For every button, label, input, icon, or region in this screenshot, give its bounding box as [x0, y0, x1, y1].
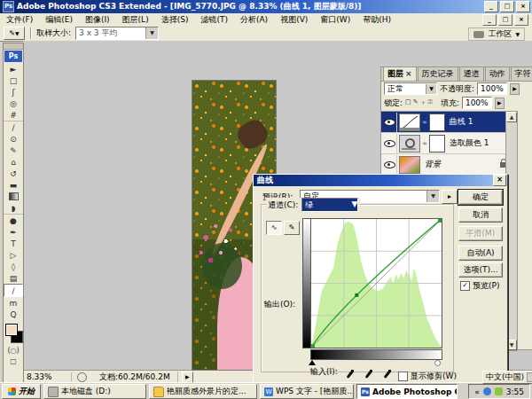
curves-thumbnail[interactable] [399, 113, 420, 131]
tab-1[interactable]: 历史记录 [418, 66, 458, 81]
layer-row-2[interactable]: 背景 [381, 154, 511, 176]
screen-mode-button[interactable]: ▢ [4, 356, 23, 366]
tray-green-icon[interactable] [495, 387, 503, 395]
tab-0[interactable]: 图层× [383, 66, 417, 81]
opacity-spinner[interactable]: ▶ [510, 83, 520, 95]
menu-item-2[interactable]: 图像(I) [79, 13, 116, 26]
scroll-up-icon[interactable]: ▲ [506, 112, 517, 122]
eyedropper-tool-preset-button[interactable]: ✎ ▼ [4, 27, 25, 40]
taskbar-task-0[interactable]: 本地磁盘 (D:) [43, 384, 146, 399]
status-flyout-icon[interactable]: ▶ [182, 372, 193, 383]
visibility-toggle[interactable] [382, 155, 397, 175]
quick-selection-tool[interactable]: ◎ [4, 98, 23, 109]
show-clipping-row[interactable]: 显示修剪(W) [398, 371, 457, 382]
shape-tool[interactable]: ◊ [4, 261, 23, 272]
lock-icon-3[interactable]: ⚿ [428, 98, 433, 107]
eyedropper-tool[interactable]: ∕ [4, 284, 23, 297]
blur-tool[interactable]: ◗ [4, 202, 23, 214]
taskbar-task-2[interactable]: WWPS 文字 - [艳丽质... [260, 384, 354, 399]
fill-field[interactable]: 100% [462, 97, 492, 109]
selective-thumbnail[interactable] [399, 135, 420, 153]
rectangular-marquee-tool[interactable]: □ [4, 74, 23, 86]
taskbar-task-3[interactable]: PsAdobe Photoshop CS3... [356, 384, 458, 399]
black-point-slider[interactable] [309, 360, 316, 365]
menu-item-4[interactable]: 选择(S) [155, 13, 195, 26]
history-brush-tool[interactable]: ↺ [4, 168, 23, 179]
hand-tool[interactable]: m [4, 297, 23, 309]
close-button[interactable]: × [516, 1, 530, 12]
menu-item-6[interactable]: 分析(A) [234, 13, 274, 26]
dialog-title-bar[interactable]: 曲线 × [254, 175, 507, 186]
dodge-tool[interactable]: ● [4, 214, 23, 226]
tray-blue-icon[interactable] [483, 387, 491, 395]
white-point-eyedropper-icon[interactable] [382, 370, 391, 380]
workspace-button[interactable]: 工作区 ▼ [468, 27, 525, 41]
visibility-toggle[interactable] [382, 134, 397, 153]
menu-item-9[interactable]: 帮助(H) [356, 13, 397, 26]
notes-tool[interactable]: ▤ [4, 272, 23, 284]
menu-item-0[interactable]: 文件(F) [0, 13, 39, 26]
eraser-tool[interactable]: ▬ [4, 179, 23, 191]
menu-item-7[interactable]: 视图(V) [274, 13, 314, 26]
spot-healing-brush-tool[interactable]: ⊙ [4, 133, 23, 145]
path-selection-tool[interactable]: ▷ [4, 249, 23, 261]
background-thumbnail[interactable] [399, 156, 420, 174]
taskbar-task-1[interactable]: 艳丽质感外景片的定... [149, 384, 257, 399]
gradient-tool[interactable] [4, 191, 23, 202]
preview-checkbox[interactable]: ✓ [460, 281, 470, 291]
foreground-color-swatch[interactable] [5, 324, 18, 336]
tab-4[interactable]: 字符 [511, 66, 532, 81]
doc-minimize-button[interactable]: _ [482, 14, 497, 26]
type-tool[interactable]: T [4, 238, 23, 249]
tab-close-icon[interactable]: × [405, 69, 412, 78]
show-clipping-checkbox[interactable] [398, 372, 408, 381]
lock-icon-1[interactable]: ✎ [413, 98, 419, 107]
lock-icon-0[interactable]: □ [405, 98, 411, 107]
menu-item-8[interactable]: 窗口(W) [314, 13, 356, 26]
opacity-field[interactable]: 100% [477, 82, 507, 95]
zoom-tool[interactable]: Q [4, 309, 23, 320]
toolbox-grip[interactable] [4, 43, 23, 50]
edit-points-mode-icon[interactable]: ∿ [266, 221, 282, 235]
doc-restore-button[interactable]: □ [498, 14, 512, 26]
crop-tool[interactable]: # [4, 109, 23, 121]
dialog-close-button[interactable]: × [493, 175, 506, 186]
layer-row-1[interactable]: ∞选取颜色 1 [381, 133, 511, 154]
options-button[interactable]: 选项(T)... [458, 262, 503, 278]
ok-button[interactable]: 确定 [458, 190, 503, 205]
channel-dropdown[interactable]: 绿 ▼ [301, 198, 358, 212]
quick-mask-button[interactable]: (○) [4, 345, 23, 356]
clone-stamp-tool[interactable]: ⌂ [4, 156, 23, 168]
minimize-button[interactable]: _ [484, 1, 498, 12]
lock-icon-2[interactable]: ＋ [420, 98, 426, 107]
brush-tool[interactable]: ✎ [4, 145, 23, 156]
curves-chart[interactable] [311, 219, 442, 348]
sample-size-dropdown[interactable]: 3 x 3 平均 ▼ [75, 27, 159, 40]
fill-spinner[interactable]: ▶ [495, 98, 505, 109]
lasso-tool[interactable]: ʃ [4, 86, 23, 98]
menu-item-1[interactable]: 编辑(E) [39, 13, 79, 26]
layer-mask-thumbnail[interactable] [429, 113, 445, 131]
doc-close-button[interactable]: × [514, 14, 528, 26]
preview-checkbox-row[interactable]: ✓ 预览(P) [460, 280, 499, 292]
tab-3[interactable]: 动作 [485, 66, 510, 81]
curves-chart-box[interactable] [310, 218, 442, 348]
layer-row-0[interactable]: ∞曲线 1 [381, 112, 511, 133]
pen-tool[interactable]: ✒ [4, 226, 23, 238]
tab-2[interactable]: 通道 [459, 66, 484, 81]
menu-item-3[interactable]: 图层(L) [116, 13, 155, 26]
auto-button[interactable]: 自动(A) [458, 246, 503, 261]
pencil-mode-icon[interactable]: ✎ [284, 221, 300, 235]
tray-chevron-icon[interactable]: « [474, 387, 480, 396]
gray-point-eyedropper-icon[interactable] [364, 370, 372, 380]
language-minimize-icon[interactable] [527, 372, 532, 382]
preset-options-button[interactable]: ▸ [442, 190, 458, 204]
visibility-toggle[interactable] [382, 113, 397, 132]
menu-item-5[interactable]: 滤镜(T) [194, 13, 234, 26]
black-point-eyedropper-icon[interactable] [345, 370, 354, 380]
white-point-slider[interactable] [434, 360, 441, 366]
layer-mask-thumbnail[interactable] [429, 135, 445, 153]
slice-tool[interactable]: ∕ [4, 121, 23, 133]
zoom-level[interactable]: 8.33% [23, 372, 72, 381]
move-tool[interactable]: ► [4, 63, 23, 74]
